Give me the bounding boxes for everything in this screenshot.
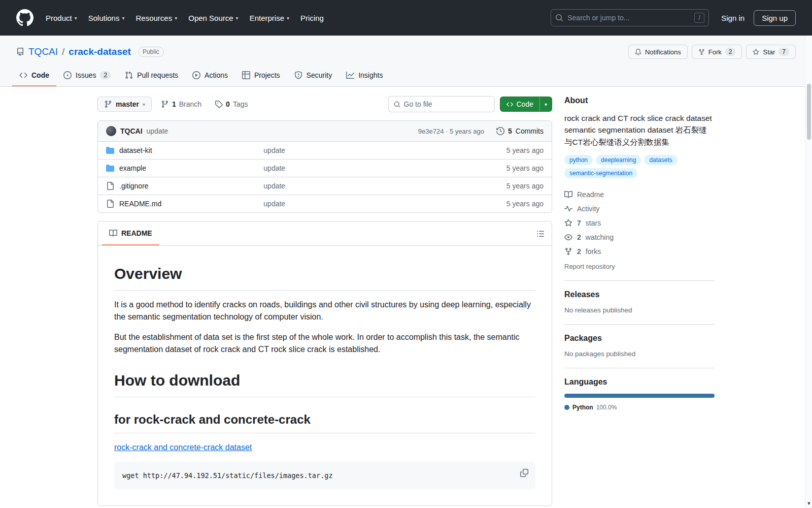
tab-issues[interactable]: Issues 2	[56, 66, 118, 86]
branch-selector[interactable]: master ▾	[97, 97, 152, 112]
nav-item-open-source[interactable]: Open Source▾	[188, 14, 238, 22]
commit-history-link[interactable]: 5 Commits	[496, 127, 544, 135]
graph-icon	[346, 71, 354, 79]
file-name-link[interactable]: dataset-kit	[119, 146, 152, 154]
activity-meta-link[interactable]: Activity	[564, 202, 715, 216]
bell-icon	[635, 49, 641, 55]
github-logo-icon[interactable]	[16, 9, 33, 26]
nav-item-enterprise[interactable]: Enterprise▾	[250, 14, 289, 22]
commit-sha-and-time[interactable]: 9e3e724 · 5 years ago	[418, 128, 484, 135]
tab-pull-requests[interactable]: Pull requests	[118, 66, 185, 86]
chevron-down-icon: ▾	[122, 15, 124, 21]
file-commit-message-link[interactable]: update	[263, 182, 472, 190]
code-button-label: Code	[517, 100, 533, 108]
branches-link[interactable]: 1 Branch	[157, 98, 206, 110]
report-repository-link[interactable]: Report repository	[564, 263, 615, 270]
file-commit-message-link[interactable]: update	[263, 200, 472, 208]
folder-icon	[106, 146, 114, 154]
nav-item-solutions[interactable]: Solutions▾	[88, 14, 125, 22]
commit-time: 5 years ago	[450, 128, 484, 135]
tags-link[interactable]: 0 Tags	[211, 98, 252, 110]
sign-up-button[interactable]: Sign up	[754, 10, 796, 26]
scrollbar-down-arrow[interactable]: ▼	[805, 500, 812, 507]
fork-button[interactable]: Fork 2	[692, 45, 742, 59]
notifications-button[interactable]: Notifications	[628, 45, 688, 59]
readme-header: README	[98, 221, 552, 246]
tab-actions[interactable]: Actions	[185, 66, 235, 86]
file-name-link[interactable]: example	[119, 164, 146, 172]
tab-code[interactable]: Code	[12, 66, 56, 86]
topic-pill[interactable]: python	[564, 155, 593, 165]
watching-meta-link[interactable]: 2 watching	[564, 230, 715, 244]
tab-label: Code	[31, 71, 49, 79]
language-item[interactable]: Python 100.0%	[564, 404, 715, 411]
topic-pill[interactable]: datasets	[644, 155, 677, 165]
branch-name: master	[116, 100, 139, 108]
book-icon	[564, 190, 572, 199]
file-commit-age: 5 years ago	[472, 200, 544, 208]
file-commit-message-link[interactable]: update	[263, 164, 472, 172]
readme-heading-overview: Overview	[114, 262, 535, 291]
go-to-file-input[interactable]	[404, 100, 489, 108]
language-color-dot	[564, 405, 569, 410]
meta-label: forks	[586, 247, 601, 256]
meta-label: Readme	[577, 190, 604, 199]
stars-meta-link[interactable]: 7 stars	[564, 216, 715, 230]
file-name-link[interactable]: README.md	[119, 200, 161, 208]
nav-label: Product	[46, 14, 72, 22]
tab-security[interactable]: Security	[287, 66, 340, 86]
scrollbar-thumb[interactable]	[807, 84, 811, 140]
packages-title: Packages	[564, 334, 715, 343]
code-view: master ▾ 1 Branch 0 Tags	[97, 96, 552, 506]
table-row[interactable]: README.md update 5 years ago	[98, 195, 552, 212]
topic-pill[interactable]: deeplearning	[596, 155, 641, 165]
table-row[interactable]: .gitignore update 5 years ago	[98, 177, 552, 195]
nav-item-product[interactable]: Product▾	[46, 14, 77, 22]
commit-author-link[interactable]: TQCAI	[120, 127, 143, 135]
repo-actions: Notifications Fork 2 Star 7	[628, 45, 796, 59]
avatar[interactable]	[106, 126, 116, 136]
commit-message-link[interactable]: update	[147, 127, 168, 135]
page-scrollbar[interactable]: ▼	[805, 36, 812, 508]
stars-count: 7	[577, 219, 581, 227]
fork-count-badge: 2	[725, 48, 736, 56]
file-commit-age: 5 years ago	[472, 164, 544, 172]
code-block: wget http://47.94.192.51/static/files/im…	[114, 462, 535, 489]
nav-item-pricing[interactable]: Pricing	[300, 14, 324, 22]
repo-owner-link[interactable]: TQCAI	[28, 46, 58, 57]
nav-item-resources[interactable]: Resources▾	[136, 14, 177, 22]
file-commit-message-link[interactable]: update	[263, 146, 472, 154]
star-icon	[753, 49, 759, 55]
copy-button[interactable]	[518, 466, 531, 480]
file-name-link[interactable]: .gitignore	[119, 182, 149, 190]
table-row[interactable]: dataset-kit update 5 years ago	[98, 141, 552, 159]
topic-pill[interactable]: semantic-segmentation	[564, 168, 637, 178]
page-content: master ▾ 1 Branch 0 Tags	[81, 87, 731, 506]
slash-shortcut-key: /	[694, 13, 704, 23]
search-input[interactable]	[567, 14, 690, 22]
readme-meta-link[interactable]: Readme	[564, 187, 715, 202]
watching-count: 2	[577, 233, 581, 241]
forks-count: 2	[577, 247, 581, 256]
language-name: Python	[572, 404, 593, 411]
code-download-button[interactable]: Code ▾	[500, 97, 553, 112]
list-unordered-icon	[536, 230, 545, 238]
fork-icon	[698, 49, 705, 55]
tab-insights[interactable]: Insights	[339, 66, 390, 86]
sign-in-link[interactable]: Sign in	[721, 14, 745, 22]
readme-heading-rock-crack: for rock-crack and concrete-crack	[114, 410, 535, 433]
code-dropdown-caret[interactable]: ▾	[539, 97, 552, 111]
dataset-link[interactable]: rock-crack and concrete-crack dataset	[114, 443, 252, 452]
outline-button[interactable]	[533, 227, 548, 241]
forks-meta-link[interactable]: 2 forks	[564, 244, 715, 259]
star-button[interactable]: Star 7	[746, 45, 796, 59]
repo-name-link[interactable]: crack-dataset	[69, 46, 131, 57]
star-count-badge: 7	[779, 48, 789, 56]
search-icon	[394, 101, 400, 108]
code-icon	[506, 101, 513, 108]
table-row[interactable]: example update 5 years ago	[98, 159, 552, 177]
global-search[interactable]: /	[551, 9, 709, 26]
go-to-file-search[interactable]	[388, 96, 495, 112]
tab-readme[interactable]: README	[102, 221, 159, 245]
tab-projects[interactable]: Projects	[235, 66, 287, 86]
